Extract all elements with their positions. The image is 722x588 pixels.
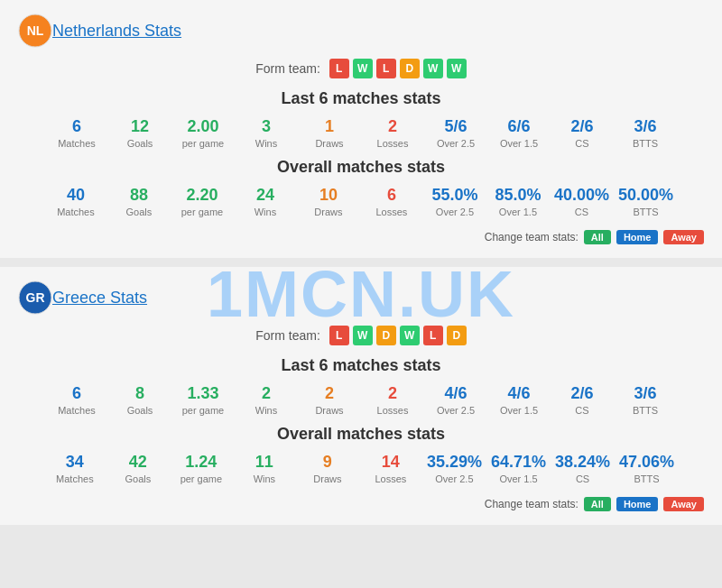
gr-overall-draws: 9 Draws <box>296 453 359 484</box>
netherlands-home-button[interactable]: Home <box>616 230 659 244</box>
stat-btts-value: 3/6 <box>618 117 672 136</box>
gr-overall-btts-value: 47.06% <box>619 453 674 472</box>
gr-stat-goals-value: 8 <box>113 384 167 403</box>
form-badge-3: D <box>400 59 420 78</box>
greece-header: GR Greece Stats <box>18 280 704 315</box>
greece-change-stats: Change team stats: All Home Away <box>18 497 704 511</box>
greece-overall-title: Overall matches stats <box>18 425 704 444</box>
gr-stat-goals-label: Goals <box>113 405 167 416</box>
gr-form-badge-2: D <box>376 326 396 345</box>
gr-stat-matches-label: Matches <box>50 405 104 416</box>
gr-stat-goals: 8 Goals <box>108 384 171 416</box>
greece-form-row: Form team: L W D W L D <box>18 326 704 345</box>
greece-team-name[interactable]: Greece Stats <box>52 289 147 308</box>
overall-over15-label: Over 1.5 <box>491 207 545 217</box>
gr-overall-matches-label: Matches <box>48 473 102 484</box>
overall-goals-label: Goals <box>112 207 166 217</box>
stat-matches-value: 6 <box>50 117 104 136</box>
gr-overall-per-game-value: 1.24 <box>174 453 228 472</box>
gr-form-badge-0: L <box>329 326 349 345</box>
gr-overall-per-game: 1.24 per game <box>170 453 233 484</box>
stat-btts: 3/6 BTTS <box>614 117 677 149</box>
overall-goals: 88 Goals <box>107 186 171 217</box>
stat-cs-value: 2/6 <box>555 117 609 136</box>
greece-logo: GR <box>18 280 52 315</box>
netherlands-away-button[interactable]: Away <box>663 230 704 244</box>
greece-last6-title: Last 6 matches stats <box>18 356 704 375</box>
overall-wins-label: Wins <box>238 207 292 217</box>
gr-stat-matches-value: 6 <box>50 384 104 403</box>
gr-stat-btts: 3/6 BTTS <box>614 384 677 416</box>
overall-losses: 6 Losses <box>360 186 423 217</box>
gr-overall-wins-value: 11 <box>237 453 292 472</box>
gr-overall-losses-value: 14 <box>364 453 418 472</box>
gr-overall-btts-label: BTTS <box>619 473 674 484</box>
netherlands-change-stats: Change team stats: All Home Away <box>18 230 704 244</box>
overall-draws-value: 10 <box>301 186 356 205</box>
gr-stat-btts-label: BTTS <box>618 405 672 416</box>
overall-matches: 40 Matches <box>44 186 107 217</box>
change-stats-label: Change team stats: <box>485 231 579 243</box>
stat-over25-label: Over 2.5 <box>429 138 483 149</box>
netherlands-all-button[interactable]: All <box>584 230 611 244</box>
form-badge-4: W <box>423 59 443 78</box>
overall-cs-value: 40.00% <box>554 186 609 205</box>
stat-goals: 12 Goals <box>108 117 171 149</box>
stat-over15: 6/6 Over 1.5 <box>487 117 551 149</box>
gr-stat-losses-value: 2 <box>366 384 420 403</box>
gr-overall-goals-label: Goals <box>111 473 165 484</box>
netherlands-team-name[interactable]: Netherlands Stats <box>52 22 181 41</box>
netherlands-overall-title: Overall matches stats <box>18 158 704 177</box>
gr-stat-per-game: 1.33 per game <box>171 384 235 416</box>
gr-overall-wins-label: Wins <box>237 473 292 484</box>
greece-overall-stats: 34 Matches 42 Goals 1.24 per game 11 Win… <box>18 453 704 484</box>
gr-stat-draws: 2 Draws <box>298 384 361 416</box>
stat-goals-value: 12 <box>113 117 167 136</box>
gr-stat-btts-value: 3/6 <box>618 384 672 403</box>
gr-stat-per-game-value: 1.33 <box>176 384 230 403</box>
stat-matches-label: Matches <box>50 138 104 149</box>
stat-over25: 5/6 Over 2.5 <box>424 117 487 149</box>
greece-form-label: Form team: <box>255 328 320 343</box>
gr-stat-cs-value: 2/6 <box>555 384 609 403</box>
gr-overall-goals: 42 Goals <box>106 453 170 484</box>
stat-per-game-label: per game <box>176 138 230 149</box>
svg-text:GR: GR <box>26 290 45 305</box>
overall-losses-value: 6 <box>365 186 419 205</box>
overall-over15: 85.0% Over 1.5 <box>486 186 550 217</box>
gr-form-badge-3: W <box>400 326 420 345</box>
gr-overall-over15-value: 64.71% <box>491 453 546 472</box>
gr-form-badge-5: D <box>447 326 467 345</box>
netherlands-form-row: Form team: L W L D W W <box>18 59 704 78</box>
greece-away-button[interactable]: Away <box>663 497 704 511</box>
gr-overall-cs-value: 38.24% <box>555 453 610 472</box>
gr-change-stats-label: Change team stats: <box>485 498 579 510</box>
netherlands-overall-stats: 40 Matches 88 Goals 2.20 per game 24 Win… <box>18 186 704 217</box>
overall-over25: 55.0% Over 2.5 <box>423 186 486 217</box>
svg-text:NL: NL <box>27 23 44 38</box>
greece-all-button[interactable]: All <box>584 497 611 511</box>
gr-overall-goals-value: 42 <box>111 453 165 472</box>
netherlands-form-label: Form team: <box>255 61 320 76</box>
gr-stat-matches: 6 Matches <box>45 384 108 416</box>
greece-home-button[interactable]: Home <box>616 497 659 511</box>
gr-stat-over25-label: Over 2.5 <box>429 405 483 416</box>
greece-section: GR Greece Stats Form team: L W D W L D L… <box>0 267 722 525</box>
overall-wins: 24 Wins <box>234 186 297 217</box>
stat-losses: 2 Losses <box>361 117 424 149</box>
gr-overall-over25-label: Over 2.5 <box>427 473 482 484</box>
form-badge-5: W <box>447 59 467 78</box>
stat-wins-value: 3 <box>239 117 293 136</box>
gr-overall-draws-label: Draws <box>301 473 355 484</box>
gr-stat-losses-label: Losses <box>366 405 420 416</box>
overall-btts-label: BTTS <box>618 207 673 217</box>
gr-overall-over25: 35.29% Over 2.5 <box>422 453 486 484</box>
netherlands-section: NL Netherlands Stats Form team: L W L D … <box>0 0 722 258</box>
stat-over15-value: 6/6 <box>492 117 546 136</box>
overall-per-game: 2.20 per game <box>171 186 234 217</box>
stat-wins-label: Wins <box>239 138 293 149</box>
gr-overall-losses: 14 Losses <box>359 453 422 484</box>
gr-stat-over15-label: Over 1.5 <box>492 405 546 416</box>
gr-stat-draws-label: Draws <box>302 405 356 416</box>
stat-goals-label: Goals <box>113 138 167 149</box>
